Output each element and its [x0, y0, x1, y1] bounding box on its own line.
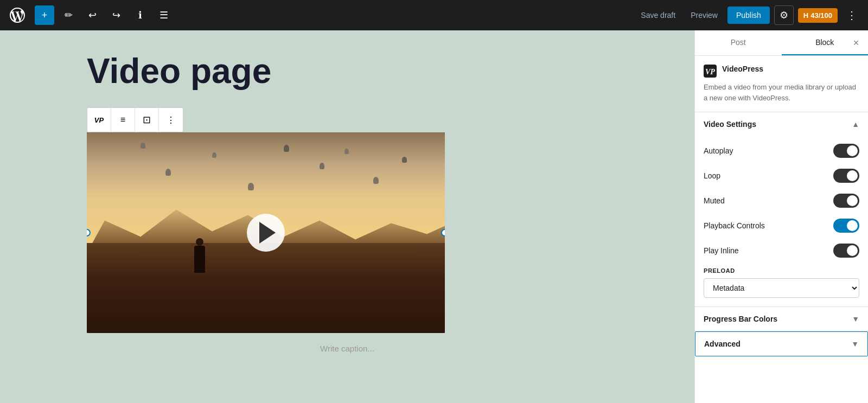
play-triangle-icon	[259, 222, 276, 244]
playback-controls-toggle[interactable]	[833, 219, 859, 233]
editor-canvas: Video page VP ≡ ⊡ ⋮	[0, 30, 694, 403]
undo-icon: ↩	[88, 9, 97, 21]
video-settings-header[interactable]: Video Settings ▲	[695, 112, 868, 136]
sidebar-close-button[interactable]: ×	[848, 35, 864, 50]
video-block[interactable]	[87, 132, 445, 333]
advanced-section: Advanced ▼	[695, 331, 868, 356]
muted-row: Muted	[704, 188, 859, 213]
balloon	[284, 145, 289, 152]
info-icon: ℹ	[138, 9, 142, 21]
undo-button[interactable]: ↩	[82, 5, 102, 25]
align-icon: ≡	[120, 115, 125, 125]
add-block-button[interactable]: +	[35, 5, 54, 25]
plugin-name-label: VideoPress	[722, 65, 763, 73]
ellipsis-icon: ⋮	[846, 9, 857, 22]
play-inline-label: Play Inline	[704, 246, 739, 255]
list-icon: ☰	[159, 9, 168, 21]
play-inline-row: Play Inline	[704, 238, 859, 263]
advanced-chevron-icon: ▼	[851, 340, 859, 348]
video-ground	[87, 243, 445, 334]
balloon	[248, 183, 254, 190]
preview-button[interactable]: Preview	[685, 8, 723, 23]
gear-icon: ⚙	[780, 9, 788, 21]
video-placeholder	[87, 132, 445, 333]
wordpress-logo[interactable]	[7, 4, 28, 26]
image-icon: ⊡	[143, 114, 151, 126]
autoplay-label: Autoplay	[704, 146, 733, 155]
muted-toggle[interactable]	[833, 194, 859, 208]
loop-row: Loop	[704, 163, 859, 188]
editor-inner: Video page VP ≡ ⊡ ⋮	[87, 52, 608, 357]
advanced-header[interactable]: Advanced ▼	[695, 332, 867, 356]
svg-text:VP: VP	[705, 68, 715, 76]
chevron-up-icon: ▲	[852, 120, 859, 129]
save-draft-button[interactable]: Save draft	[635, 8, 681, 23]
score-badge: H 43/100	[798, 8, 838, 23]
toolbar-right-actions: Save draft Preview Publish ⚙ H 43/100 ⋮	[635, 5, 861, 25]
edit-button[interactable]: ✏	[59, 5, 78, 25]
plugin-info: VP VideoPress Embed a video from your me…	[695, 56, 868, 112]
more-toolbar-button[interactable]: ⋮	[159, 108, 183, 132]
progress-bar-colors-header[interactable]: Progress Bar Colors ▼	[695, 307, 868, 331]
play-button[interactable]	[247, 214, 285, 252]
more-options-button[interactable]: ⋮	[842, 5, 861, 25]
autoplay-row: Autoplay	[704, 138, 859, 163]
balloon	[344, 149, 349, 154]
preload-label: PRELOAD	[704, 263, 859, 274]
settings-button[interactable]: ⚙	[774, 5, 794, 25]
progress-bar-colors-title: Progress Bar Colors	[704, 315, 777, 323]
person-silhouette	[194, 246, 205, 273]
plugin-description: Embed a video from your media library or…	[704, 82, 859, 103]
balloon	[320, 163, 324, 169]
autoplay-toggle[interactable]	[833, 144, 859, 158]
balloon	[373, 177, 379, 184]
more-toolbar-icon: ⋮	[167, 115, 175, 125]
redo-button[interactable]: ↪	[106, 5, 126, 25]
redo-icon: ↪	[112, 9, 120, 21]
progress-bar-colors-section: Progress Bar Colors ▼	[695, 307, 868, 331]
loop-label: Loop	[704, 171, 720, 180]
plus-icon: +	[42, 10, 48, 21]
videopress-icon: VP	[94, 116, 104, 124]
muted-label: Muted	[704, 196, 725, 205]
top-toolbar: + ✏ ↩ ↪ ℹ ☰ Save draft Preview Publish ⚙…	[0, 0, 868, 30]
info-button[interactable]: ℹ	[130, 5, 150, 25]
score-h-icon: H	[803, 11, 808, 20]
play-inline-toggle[interactable]	[833, 244, 859, 258]
image-toolbar-button[interactable]: ⊡	[135, 108, 159, 132]
playback-controls-label: Playback Controls	[704, 221, 765, 230]
publish-button[interactable]: Publish	[727, 7, 770, 24]
advanced-title: Advanced	[704, 340, 741, 348]
chevron-down-icon: ▼	[852, 315, 859, 323]
pencil-icon: ✏	[65, 9, 73, 21]
videopress-toolbar-button[interactable]: VP	[87, 108, 111, 132]
tab-post[interactable]: Post	[695, 30, 782, 55]
main-area: Video page VP ≡ ⊡ ⋮	[0, 30, 868, 403]
playback-controls-row: Playback Controls	[704, 213, 859, 238]
loop-toggle[interactable]	[833, 169, 859, 183]
plugin-header: VP VideoPress	[704, 65, 859, 78]
video-caption[interactable]: Write caption...	[87, 340, 608, 357]
align-toolbar-button[interactable]: ≡	[111, 108, 135, 132]
balloon	[402, 157, 407, 163]
sidebar-tabs: Post Block ×	[695, 30, 868, 56]
page-title[interactable]: Video page	[87, 52, 608, 90]
list-view-button[interactable]: ☰	[154, 5, 174, 25]
videopress-logo-icon: VP	[704, 65, 717, 78]
balloon	[212, 152, 216, 158]
resize-handle-right[interactable]	[441, 229, 445, 236]
balloon	[165, 169, 171, 176]
sidebar: Post Block × VP VideoPress Embed a video…	[694, 30, 868, 403]
video-settings-title: Video Settings	[704, 120, 756, 129]
video-wrapper	[87, 132, 445, 333]
block-toolbar: VP ≡ ⊡ ⋮	[87, 107, 183, 132]
preload-select[interactable]: Metadata None Auto	[704, 278, 859, 298]
score-value: 43/100	[810, 11, 832, 20]
video-settings-section: Video Settings ▲ Autoplay Loop Muted	[695, 112, 868, 307]
video-settings-content: Autoplay Loop Muted Playback Controls	[695, 136, 868, 306]
balloon	[141, 143, 145, 149]
